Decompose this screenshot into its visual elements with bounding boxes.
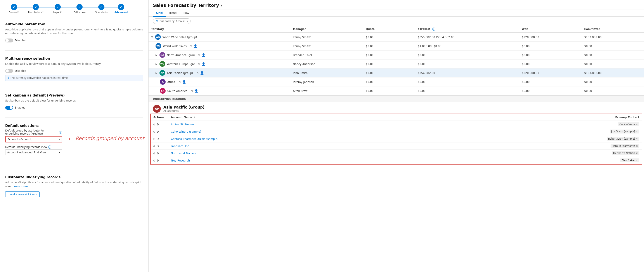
learn-more-link[interactable]: Learn more. [13, 185, 28, 188]
multi-currency-desc: Enable the ability to view forecast data… [5, 62, 143, 66]
quota-1: $0.00 [363, 42, 415, 51]
user-icon-1[interactable]: 👤 [194, 44, 197, 48]
account-name-3[interactable]: Fabrikam, Inc. [171, 145, 190, 148]
contact-remove-2[interactable]: ✕ [636, 138, 638, 140]
contact-remove-3[interactable]: ✕ [636, 145, 638, 148]
contact-tag-4: Heriberto Nathan ✕ [612, 151, 639, 155]
won-4: $220,500.00 [519, 68, 582, 77]
account-name-1[interactable]: Coho Winery (sample) [171, 130, 201, 133]
contact-remove-4[interactable]: ✕ [636, 152, 638, 155]
expand-icon-3[interactable]: ▶ [156, 63, 157, 65]
account-name-4[interactable]: Northwind Traders [171, 152, 196, 155]
share-icon-3[interactable]: ⎋ [198, 62, 200, 66]
user-icon-6[interactable]: 👤 [194, 89, 198, 93]
quota-5: $0.00 [363, 77, 415, 86]
edit-icon-3[interactable]: ⎋ [153, 144, 155, 148]
multi-currency-title: Multi-currency selection [5, 57, 143, 61]
step-layout[interactable]: Layout* [47, 4, 68, 14]
contact-name-2: Robert Lyon (sample) [608, 137, 635, 140]
step-advanced-label: Advanced [114, 11, 128, 14]
auto-hide-toggle[interactable] [5, 39, 13, 42]
share-icon-6[interactable]: ⎋ [191, 89, 193, 93]
won-0: $220,500.00 [519, 33, 582, 42]
col-won: Won [519, 26, 582, 33]
list-item: ⎋ ⊙ Contoso Pharmaceuticals (sample) Rob… [151, 135, 642, 143]
contact-name-3: Haroun Stormonth [612, 145, 635, 148]
table-row: WS World Wide Sales ⎋ 👤 Kenny Smith1 $0.… [148, 42, 644, 51]
territory-cell-0: ▼ WS World Wide Sales (group) [148, 33, 290, 42]
kanban-toggle-row: Enabled [5, 106, 143, 110]
group-by-select[interactable]: Account (Account) ▾ [5, 136, 62, 143]
share-icon-5[interactable]: ⎋ [179, 80, 180, 84]
quota-3: $0.00 [363, 60, 415, 68]
edit-icon-1[interactable]: ⎋ [153, 130, 155, 133]
step-permissions[interactable]: Permissions* [25, 4, 47, 14]
manager-4: John Smith [290, 68, 363, 77]
forecast-header-row: Territory Manager Quota Forecast i Won C… [148, 26, 644, 33]
more-icon-2[interactable]: ⊙ [156, 137, 159, 141]
territory-cell-5: A Africa ⎋ 👤 [148, 77, 290, 86]
edit-icon-5[interactable]: ⎋ [153, 159, 155, 162]
drill-chevron-icon: ▾ [186, 20, 188, 23]
list-item: ⎋ ⊙ Fabrikam, Inc. Haroun Stormonth [151, 143, 642, 150]
share-icon-1[interactable]: ⎋ [190, 44, 192, 48]
group-by-value: Account (Account) [8, 138, 32, 141]
auto-hide-toggle-row: Disabled [5, 39, 143, 42]
step-snapshots[interactable]: Snapshots [90, 4, 112, 14]
expand-icon-4[interactable]: ▶ [156, 72, 157, 74]
more-icon-1[interactable]: ⊙ [156, 130, 159, 133]
drill-down-button[interactable]: ⊙ Drill down by: Account ▾ [153, 18, 191, 24]
account-name-0[interactable]: Alpine Ski House [171, 123, 194, 126]
user-icon-2[interactable]: 👤 [202, 53, 205, 57]
view-select[interactable]: Account Advanced Find View ▾ [5, 150, 62, 155]
tab-flow[interactable]: Flow [180, 10, 192, 17]
forecast-table-body: ▼ WS World Wide Sales (group) Kenny Smit… [148, 33, 644, 95]
table-row: A Africa ⎋ 👤 Jeremy Johnson $0.00 $0.00 … [148, 77, 644, 86]
manager-2: Brenden Thiel [290, 51, 363, 60]
share-icon-2[interactable]: ⎋ [198, 53, 200, 57]
contact-remove-0[interactable]: ✕ [636, 123, 638, 126]
multi-currency-toggle[interactable] [5, 69, 13, 73]
user-icon-5[interactable]: 👤 [182, 80, 186, 84]
expand-icon-0[interactable]: ▼ [151, 36, 153, 38]
contact-remove-5[interactable]: ✕ [636, 159, 638, 162]
manager-1: Kenny Smith1 [290, 42, 363, 51]
underlying-avatar: AP [153, 105, 161, 113]
account-name-cell-3: Fabrikam, Inc. [168, 143, 436, 150]
more-icon-0[interactable]: ⊙ [156, 122, 159, 126]
step-advanced[interactable]: ✓ Advanced [112, 4, 130, 14]
user-icon-3[interactable]: 👤 [202, 62, 205, 66]
expand-icon-2[interactable]: ▶ [156, 54, 157, 56]
view-info-icon[interactable]: i [48, 146, 51, 149]
share-icon-4[interactable]: ⎋ [196, 71, 198, 75]
sort-icon[interactable]: ↑ [194, 116, 196, 119]
step-general[interactable]: General* [3, 4, 25, 14]
col-account-name: Account Name ↑ [168, 114, 436, 121]
currency-info-text: The currency conversion happens in real-… [10, 76, 68, 79]
user-icon-4[interactable]: 👤 [200, 71, 204, 75]
account-name-2[interactable]: Contoso Pharmaceuticals (sample) [171, 137, 218, 141]
step-drilldown[interactable]: Drill down [68, 4, 90, 14]
step-permissions-circle [33, 4, 39, 10]
tab-trend[interactable]: Trend [166, 10, 180, 17]
contact-remove-1[interactable]: ✕ [636, 130, 638, 133]
more-icon-5[interactable]: ⊙ [156, 159, 159, 162]
forecast-info-icon[interactable]: i [432, 28, 436, 31]
edit-icon-2[interactable]: ⎋ [153, 137, 155, 141]
view-label-row: Default underlying records view i [5, 146, 62, 149]
tab-grid[interactable]: Grid [153, 10, 166, 17]
group-by-info-icon[interactable]: i [59, 131, 62, 134]
forecast-5: $0.00 [415, 77, 519, 86]
more-icon-4[interactable]: ⊙ [156, 152, 159, 155]
kanban-toggle[interactable] [5, 106, 13, 110]
forecast-grid: Territory Manager Quota Forecast i Won C… [148, 26, 644, 272]
contact-tag-2: Robert Lyon (sample) ✕ [607, 137, 639, 141]
edit-icon-0[interactable]: ⎋ [153, 122, 155, 126]
contact-cell-4: Heriberto Nathan ✕ [436, 150, 642, 157]
add-javascript-button[interactable]: + Add a javascript library [5, 191, 40, 197]
forecast-title-chevron-icon[interactable]: ▾ [221, 3, 222, 8]
edit-icon-4[interactable]: ⎋ [153, 152, 155, 155]
avatar-4: AP [160, 70, 165, 76]
more-icon-3[interactable]: ⊙ [156, 144, 159, 148]
account-name-5[interactable]: Trey Research [171, 159, 190, 162]
